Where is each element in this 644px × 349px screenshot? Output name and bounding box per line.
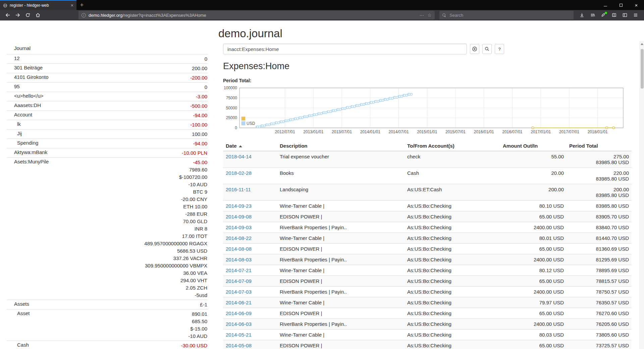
search-submit-button[interactable] [482,44,492,54]
sidebar-icon [622,12,628,18]
sidebar-account-link[interactable]: Jij [17,131,22,136]
register-account-link[interactable]: As:US:Bo:Checking [405,330,500,340]
url-bar[interactable]: i demo.hledger.org/register?q=inacct%3AE… [78,11,435,19]
sidebar-account-link[interactable]: Assets [14,301,29,307]
register-date-link[interactable]: 2014-06-03 [226,321,252,327]
register-description: RiverBank Properties | Payin.. [277,287,405,297]
register-date-link[interactable]: 2014-09-03 [226,225,252,230]
register-account-link[interactable]: check [405,151,500,168]
register-account-link[interactable]: As:US:Bo:Checking [405,201,500,211]
library-button[interactable] [588,11,598,19]
sidebar-account-link[interactable]: Aktywa:mBank [14,149,47,155]
url-text[interactable]: demo.hledger.org/register?q=inacct%3AExp… [89,13,417,18]
register-account-link[interactable]: As:US:Bo:Checking [405,222,500,233]
window-maximize-button[interactable] [613,0,629,10]
svg-text:2015/01/01: 2015/01/01 [417,130,437,134]
register-date-link[interactable]: 2016-11-11 [226,187,251,192]
register-account-link[interactable]: As:US:Bo:Checking [405,244,500,254]
register-date-link[interactable]: 2014-08-08 [226,246,252,252]
sidebar-account-link[interactable]: Spending [17,140,38,146]
register-date-link[interactable]: 2014-07-21 [226,267,252,273]
register-amount: 65.00 USD [500,276,567,287]
register-account-link[interactable]: As:US:Bo:Checking [405,265,500,276]
register-account-link[interactable]: As:US:Bo:Checking [405,211,500,222]
register-date-link[interactable]: 2014-07-09 [226,278,252,284]
page-actions-icon[interactable]: ⋯ [419,12,424,18]
sidebar-account-link[interactable]: Account [14,112,32,117]
sidebar-account-link[interactable]: 95 [14,84,20,89]
home-button[interactable] [33,11,43,19]
browser-search-input[interactable] [449,12,571,18]
query-input[interactable] [223,44,467,54]
column-date[interactable]: Date [223,141,277,151]
sidebar-account-row: Spending-94.00 [7,139,208,148]
register-account-link[interactable]: Cash [405,168,500,184]
window-minimize-button[interactable] [598,0,613,10]
sidebar-account-link[interactable]: Asset [17,310,30,316]
register-date-link[interactable]: 2014-09-23 [226,203,252,209]
reload-button[interactable] [23,11,33,19]
sidebar-account-link[interactable]: Aaasets:DH [14,102,41,108]
reader-button[interactable] [609,11,619,19]
sidebar-account-link[interactable]: Cash [17,342,29,348]
register-date-link[interactable]: 2018-02-28 [226,170,252,176]
register-account-link[interactable]: As:US:Bo:Checking [405,319,500,330]
sidebar-account-row: Cash-30.00 USD-117.00 [7,341,208,349]
register-date-link[interactable]: 2014-07-03 [226,289,252,295]
register-date-link[interactable]: 2018-04-14 [226,154,252,159]
back-button[interactable] [3,11,13,19]
scrollbar-thumb[interactable] [641,49,644,89]
register-date-link[interactable]: 2014-06-09 [226,310,252,316]
register-account-link[interactable]: As:US:Bo:Checking [405,276,500,287]
menu-button[interactable] [631,11,641,19]
sidebar-account-row: 120 [7,54,208,64]
extension-button[interactable] [598,11,608,19]
sidebars-button[interactable] [620,11,630,19]
scroll-up-arrow[interactable] [641,43,643,45]
sort-asc-icon [239,145,242,147]
browser-search-bar[interactable] [439,11,574,19]
sidebar-account-link[interactable]: 12 [14,55,20,61]
register-account-link[interactable]: As:US:Bo:Checking [405,340,500,349]
tab-close-icon[interactable]: × [71,3,73,8]
register-date-link[interactable]: 2014-08-03 [226,257,252,262]
search-icon [442,13,446,17]
register-header-row: Date Description To/From Account(s) Amou… [223,141,632,151]
sidebar-account-link[interactable]: 4101 Girokonto [14,74,49,80]
register-account-link[interactable]: As:US:Bo:Checking [405,233,500,244]
site-info-icon[interactable]: i [82,13,86,17]
register-period-total: 83905.70 USD [567,211,632,222]
register-account-link[interactable]: As:US:Bo:Checking [405,254,500,265]
clear-query-button[interactable] [470,44,479,54]
sidebar-account-link[interactable]: Asets:MunyPile [14,159,49,164]
page-scrollbar[interactable] [640,41,644,349]
register-account-link[interactable]: As:US:Bo:Checking [405,297,500,308]
forward-button[interactable] [13,11,23,19]
register-date-link[interactable]: 2014-06-21 [226,300,252,305]
register-date-link[interactable]: 2014-09-08 [226,214,252,219]
sidebar-account-link[interactable]: <u>hello</u> [14,93,44,99]
account-balance: -200.00 [88,74,207,82]
column-amount[interactable]: Amount Out/In [500,141,567,151]
register-account-link[interactable]: As:US:Bo:Checking [405,308,500,319]
register-description: Wine-Tarner Cable | [277,297,405,308]
column-account[interactable]: To/From Account(s) [405,141,500,151]
register-date-link[interactable]: 2014-05-21 [226,332,252,338]
sidebar-journal-link[interactable]: Journal [14,45,31,51]
downloads-button[interactable] [577,11,587,19]
sidebar-account-link[interactable]: lk [17,121,21,127]
column-period-total[interactable]: Period Total [567,141,632,151]
register-date-link[interactable]: 2014-08-22 [226,235,252,241]
period-total-line: 76350.57 USD [569,300,629,305]
register-account-link[interactable]: As:US:Bo:Checking [405,287,500,297]
browser-tab[interactable]: register - hledger-web × [0,0,76,10]
register-date-link[interactable]: 2014-05-08 [226,343,252,348]
sidebar-account-link[interactable]: 301 Beiträge [14,65,43,70]
bookmark-star-icon[interactable]: ☆ [427,12,432,18]
register-amount: 2400.00 USD [500,254,567,265]
column-description[interactable]: Description [277,141,405,151]
window-close-button[interactable]: × [629,0,644,10]
new-tab-button[interactable]: + [76,0,87,10]
register-account-link[interactable]: As:US:ET:Cash [405,184,500,201]
help-button[interactable]: ? [495,44,504,54]
